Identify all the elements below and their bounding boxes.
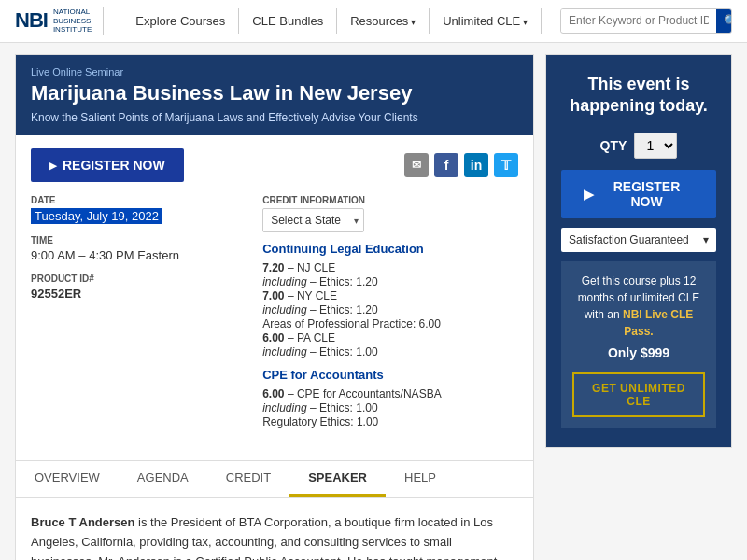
credit-item-nj: 7.20 – NJ CLE <box>262 261 518 274</box>
cle-pass-highlight: NBI Live CLE Pass. <box>623 308 693 338</box>
tab-agenda[interactable]: AGENDA <box>119 461 207 497</box>
credit-item-pa-sub: including – Ethics: 1.00 <box>262 345 518 358</box>
satisfaction-label: Satisfaction Guaranteed <box>569 233 689 246</box>
cle-promo-line2: with an NBI Live CLE Pass. <box>572 306 705 340</box>
search-input[interactable] <box>561 9 716 32</box>
event-details-left: DATE Tuesday, July 19, 2022 TIME 9:00 AM… <box>31 195 244 438</box>
left-column: Live Online Seminar Marijuana Business L… <box>15 54 534 560</box>
cle-section: Continuing Legal Education 7.20 – NJ CLE… <box>262 242 518 358</box>
email-share-icon[interactable]: ✉ <box>404 153 429 177</box>
ny-label: – NY CLE <box>288 289 337 302</box>
cpe-hours: 6.00 <box>262 387 284 400</box>
ny-hours: 7.00 <box>262 289 284 302</box>
twitter-share-icon[interactable]: 𝕋 <box>494 153 518 177</box>
main-nav: Explore Courses CLE Bundles Resources Un… <box>122 8 542 34</box>
date-value: Tuesday, July 19, 2022 <box>31 208 162 224</box>
cle-price: Only $999 <box>572 343 705 363</box>
nav-resources[interactable]: Resources <box>337 8 430 34</box>
right-column: This event is happening today. QTY 1 2 3… <box>545 54 732 560</box>
ny-ethics: including <box>262 303 306 316</box>
tab-overview[interactable]: OVERVIEW <box>16 461 119 497</box>
tab-credit[interactable]: CREDIT <box>207 461 289 497</box>
cpe-label: – CPE for Accountants/NASBA <box>288 387 442 400</box>
info-grid: DATE Tuesday, July 19, 2022 TIME 9:00 AM… <box>31 195 518 438</box>
facebook-share-icon[interactable]: f <box>434 153 458 177</box>
nj-ethics: including <box>262 275 306 288</box>
credit-item-pa: 6.00 – PA CLE <box>262 331 518 344</box>
qty-label: QTY <box>600 138 627 153</box>
linkedin-share-icon[interactable]: in <box>464 153 488 177</box>
event-type: Live Online Seminar <box>31 66 518 77</box>
nav-unlimited-cle[interactable]: Unlimited CLE <box>430 8 542 34</box>
speaker-section: Bruce T Andersen is the President of BTA… <box>15 498 534 560</box>
tab-speaker[interactable]: SPEAKER <box>289 461 386 497</box>
logo: NBI NATIONAL BUSINESS INSTITUTE <box>15 7 104 35</box>
play-icon: ▶ <box>49 161 57 171</box>
chevron-down-icon: ▾ <box>703 233 709 246</box>
nj-hours: 7.20 <box>262 261 284 274</box>
pa-ethics: including <box>262 345 306 358</box>
credit-info: CREDIT INFORMATION Select a State Alabam… <box>262 195 518 438</box>
state-select-wrapper: Select a State Alabama Alaska Arizona Ca… <box>262 208 364 232</box>
tab-help[interactable]: HELP <box>386 461 455 497</box>
nj-label: – NJ CLE <box>288 261 335 274</box>
event-header: Live Online Seminar Marijuana Business L… <box>16 55 533 135</box>
speaker-bio: Bruce T Andersen is the President of BTA… <box>31 513 518 560</box>
pa-hours: 6.00 <box>262 331 284 344</box>
time-value: 9:00 AM – 4:30 PM Eastern <box>31 248 244 262</box>
credit-item-regulatory-ethics: Regulatory Ethics: 1.00 <box>262 415 518 428</box>
sidebar-event-card: This event is happening today. QTY 1 2 3… <box>545 54 732 448</box>
speaker-name: Bruce T Andersen <box>31 515 135 529</box>
cle-promo-line1: Get this course plus 12 months of unlimi… <box>572 273 705 306</box>
sidebar-register-label: REGISTER NOW <box>599 179 694 209</box>
qty-row: QTY 1 2 3 4 5 <box>561 133 716 159</box>
logo-full-text: NATIONAL BUSINESS INSTITUTE <box>53 7 92 35</box>
product-id-value: 92552ER <box>31 287 244 301</box>
register-row: ▶ REGISTER NOW ✉ f in 𝕋 <box>31 148 518 182</box>
credit-item-ny-sub: including – Ethics: 1.20 <box>262 303 518 316</box>
cle-promo-section: Get this course plus 12 months of unlimi… <box>561 261 716 428</box>
search-area: 🔍 <box>560 8 732 34</box>
credit-item-cpe-ethics: including – Ethics: 1.00 <box>262 401 518 414</box>
sidebar-event-title: This event is happening today. <box>561 74 716 118</box>
state-select[interactable]: Select a State Alabama Alaska Arizona Ca… <box>262 208 364 232</box>
play-icon-sidebar: ▶ <box>584 187 594 202</box>
site-header: NBI NATIONAL BUSINESS INSTITUTE Explore … <box>0 0 747 43</box>
satisfaction-row: Satisfaction Guaranteed ▾ <box>561 228 716 252</box>
get-unlimited-cle-button[interactable]: GET UNLIMITED CLE <box>572 372 705 417</box>
product-id-label: PRODUCT ID# <box>31 273 244 284</box>
cpe-section: CPE for Accountants 6.00 – CPE for Accou… <box>262 368 518 428</box>
cpe-title: CPE for Accountants <box>262 368 518 382</box>
logo-nbi-text: NBI <box>15 8 48 33</box>
event-card: Live Online Seminar Marijuana Business L… <box>15 54 534 498</box>
cpe-ethics: including <box>262 401 306 414</box>
credit-item-nj-sub: including – Ethics: 1.20 <box>262 275 518 288</box>
pa-label: – PA CLE <box>288 331 335 344</box>
event-body: ▶ REGISTER NOW ✉ f in 𝕋 DATE Tuesday, Ju… <box>16 135 533 451</box>
tabs-bar: OVERVIEW AGENDA CREDIT SPEAKER HELP <box>16 460 533 497</box>
credit-info-label: CREDIT INFORMATION <box>262 195 518 205</box>
cle-title: Continuing Legal Education <box>262 242 518 256</box>
credit-item-ny: 7.00 – NY CLE <box>262 289 518 302</box>
time-label: TIME <box>31 235 244 245</box>
nav-cle-bundles[interactable]: CLE Bundles <box>239 8 337 34</box>
credit-item-ny-areas: Areas of Professional Practice: 6.00 <box>262 317 518 330</box>
nav-explore-courses[interactable]: Explore Courses <box>122 8 239 34</box>
date-label: DATE <box>31 195 244 205</box>
register-now-button[interactable]: ▶ REGISTER NOW <box>31 148 184 182</box>
social-icons: ✉ f in 𝕋 <box>404 153 518 177</box>
event-title: Marijuana Business Law in New Jersey <box>31 81 518 105</box>
main-content: Live Online Seminar Marijuana Business L… <box>0 43 747 560</box>
event-subtitle: Know the Salient Points of Marijuana Law… <box>31 111 518 124</box>
sidebar-register-button[interactable]: ▶ REGISTER NOW <box>561 170 716 218</box>
credit-item-cpe: 6.00 – CPE for Accountants/NASBA <box>262 387 518 400</box>
search-button[interactable]: 🔍 <box>716 9 732 33</box>
qty-select[interactable]: 1 2 3 4 5 <box>634 133 677 159</box>
